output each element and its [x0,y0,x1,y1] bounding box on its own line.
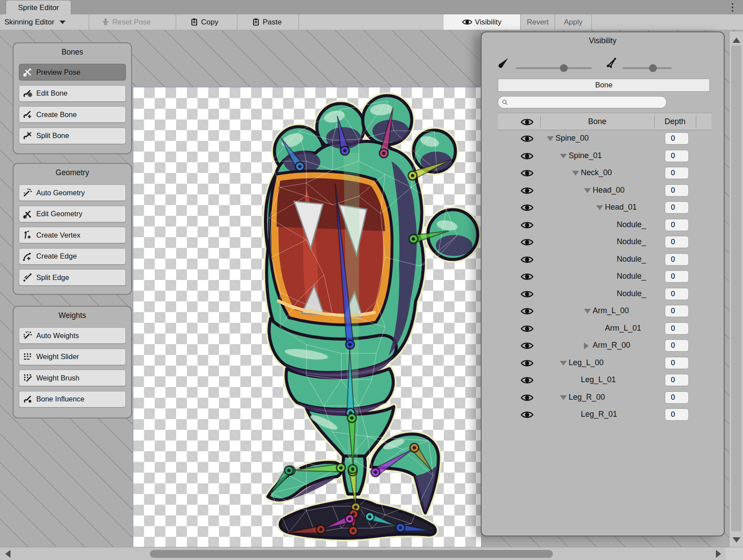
depth-input[interactable] [665,391,689,404]
depth-input[interactable] [665,408,689,421]
eye-visibility-toggle[interactable] [521,152,534,161]
expander-right-icon[interactable] [584,342,589,349]
tool-button-auto-geometry[interactable]: Auto Geometry [19,184,126,201]
bone-row-neck_00[interactable]: Neck_00 [498,165,712,182]
depth-input[interactable] [665,305,689,317]
bone-row-arm_r_00[interactable]: Arm_R_00 [498,337,712,354]
horizontal-scrollbar[interactable] [0,547,726,560]
depth-input[interactable] [665,201,689,214]
bone-name: Leg_L_01 [581,375,616,384]
apply-button[interactable]: Apply [555,14,591,30]
eye-visibility-toggle[interactable] [521,376,534,385]
bone-row-spine_01[interactable]: Spine_01 [498,148,712,165]
expander-down-icon[interactable] [596,205,603,210]
copy-button[interactable]: Copy [190,14,219,30]
mesh-opacity-slider-knob[interactable] [649,64,657,72]
scroll-right-icon[interactable] [716,550,721,558]
scroll-up-icon[interactable] [733,38,740,43]
eye-visibility-toggle[interactable] [521,255,534,264]
sprite-canvas[interactable] [133,87,482,553]
eye-visibility-toggle[interactable] [521,203,534,212]
eye-visibility-toggle[interactable] [521,134,534,143]
bone-opacity-slider-knob[interactable] [560,64,568,72]
depth-input[interactable] [665,270,689,283]
bone-row-leg_r_01[interactable]: Leg_R_01 [498,406,712,423]
expander-down-icon[interactable] [560,154,567,159]
bone-row-spine_00[interactable]: Spine_00 [498,130,712,147]
depth-input[interactable] [665,322,689,335]
eye-visibility-toggle[interactable] [521,410,534,419]
kebab-menu-icon[interactable] [728,1,737,14]
tool-button-preview-pose[interactable]: Preview Pose [19,64,126,80]
tool-button-split-edge[interactable]: Split Edge [19,269,126,286]
depth-input[interactable] [665,374,689,386]
depth-input[interactable] [665,288,689,300]
bone-row-head_01[interactable]: Head_01 [498,199,712,216]
eye-visibility-toggle[interactable] [521,359,534,368]
visibility-toggle-button[interactable]: Visibility [444,14,520,30]
tool-button-edit-bone[interactable]: Edit Bone [19,85,126,102]
bone-row-nodule_[interactable]: Nodule_ [498,286,712,303]
tool-button-split-bone[interactable]: Split Bone [19,128,126,144]
bone-row-arm_l_00[interactable]: Arm_L_00 [498,303,712,320]
vertical-scrollbar-thumb[interactable] [731,45,741,531]
expander-down-icon[interactable] [572,171,579,176]
eye-visibility-toggle[interactable] [521,324,534,333]
mesh-opacity-slider-track[interactable] [622,67,672,69]
bone-row-arm_l_01[interactable]: Arm_L_01 [498,320,712,337]
eye-visibility-toggle[interactable] [521,169,534,178]
bone-row-head_00[interactable]: Head_00 [498,182,712,199]
bone-row-nodule_[interactable]: Nodule_ [498,217,712,234]
bone-row-nodule_[interactable]: Nodule_ [498,251,712,268]
depth-input[interactable] [665,150,689,162]
eye-visibility-toggle[interactable] [521,307,534,316]
scroll-left-icon[interactable] [5,550,10,558]
tool-button-create-bone[interactable]: Create Bone [19,106,126,123]
paste-button[interactable]: Paste [252,14,281,30]
tool-button-weight-brush[interactable]: Weight Brush [19,370,126,386]
eye-visibility-toggle[interactable] [521,186,534,195]
tool-button-create-edge[interactable]: Create Edge [19,248,126,265]
expander-down-icon[interactable] [560,361,567,366]
expander-down-icon[interactable] [560,395,567,400]
bone-search-field[interactable] [498,96,667,108]
depth-input[interactable] [665,167,689,179]
reset-pose-button[interactable]: Reset Pose [101,14,151,30]
tool-button-bone-influence[interactable]: Bone Influence [19,391,126,408]
bone-opacity-slider-track[interactable] [516,67,592,69]
eye-visibility-toggle[interactable] [521,341,534,350]
expander-down-icon[interactable] [547,136,554,141]
eye-visibility-toggle[interactable] [521,238,534,247]
tab-sprite-editor[interactable]: Sprite Editor [6,0,71,15]
revert-button[interactable]: Revert [521,14,555,30]
scroll-down-icon[interactable] [733,537,740,543]
tool-button-auto-weights[interactable]: Auto Weights [19,327,126,344]
tool-button-create-vertex[interactable]: Create Vertex [19,227,126,243]
eye-visibility-toggle[interactable] [521,272,534,281]
tool-button-label: Create Edge [36,252,77,260]
vertical-scrollbar[interactable] [729,31,743,547]
depth-input[interactable] [665,357,689,369]
eye-visibility-toggle[interactable] [521,290,534,299]
search-input[interactable] [510,97,661,108]
skinning-editor-dropdown[interactable]: Skinning Editor [4,14,66,30]
bone-row-nodule_[interactable]: Nodule_ [498,234,712,251]
bone-row-nodule_[interactable]: Nodule_ [498,268,712,285]
depth-input[interactable] [665,132,689,145]
depth-input[interactable] [665,236,689,248]
tool-button-weight-slider[interactable]: Weight Slider [19,349,126,365]
eye-visibility-toggle[interactable] [521,393,534,402]
bone-row-leg_l_01[interactable]: Leg_L_01 [498,372,712,389]
depth-input[interactable] [665,339,689,352]
tab-bone[interactable]: Bone [498,79,710,92]
bone-row-leg_r_00[interactable]: Leg_R_00 [498,389,712,406]
tool-button-edit-geometry[interactable]: Edit Geometry [19,206,126,222]
expander-down-icon[interactable] [584,188,591,193]
expander-down-icon[interactable] [584,309,591,314]
depth-input[interactable] [665,219,689,231]
depth-input[interactable] [665,184,689,197]
eye-visibility-toggle[interactable] [521,221,534,230]
bone-row-leg_l_00[interactable]: Leg_L_00 [498,355,712,372]
horizontal-scrollbar-thumb[interactable] [150,550,553,558]
depth-input[interactable] [665,253,689,266]
